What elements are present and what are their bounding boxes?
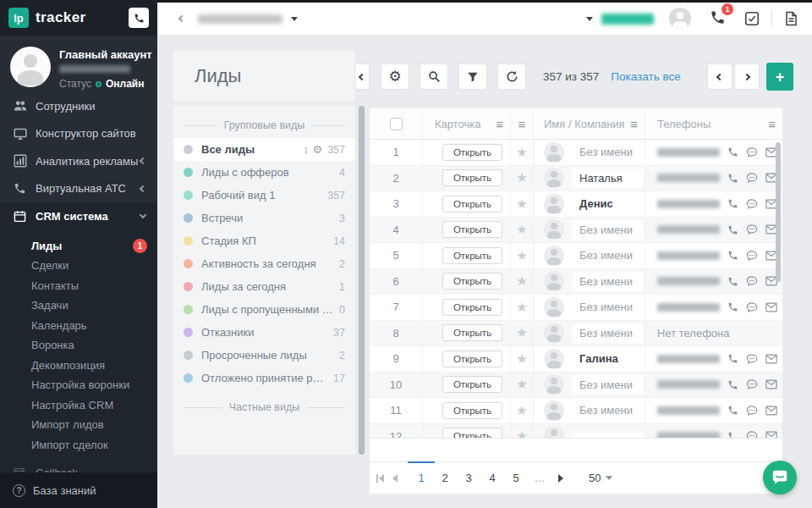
group-view-item[interactable]: Лиды с офферов 4 [173, 161, 355, 184]
select-all-checkbox[interactable] [390, 118, 403, 130]
call-icon[interactable] [727, 146, 738, 157]
chat-icon[interactable] [746, 378, 758, 390]
lead-name[interactable]: Без имени [573, 272, 644, 291]
chat-icon[interactable] [746, 430, 758, 439]
previous-page-button[interactable] [392, 474, 398, 483]
lead-name[interactable]: Без имени [573, 220, 644, 240]
call-icon[interactable] [727, 405, 738, 416]
sidebar-phone-button[interactable] [129, 8, 149, 28]
open-button[interactable]: Открыть [442, 324, 502, 341]
sort-icon[interactable]: ↕ [303, 144, 308, 156]
filter-button[interactable] [458, 64, 487, 90]
group-view-item[interactable]: Лиды за сегодня 1 [173, 275, 355, 298]
email-icon[interactable] [765, 354, 777, 364]
lead-name[interactable]: Без имени [573, 297, 644, 317]
star-icon[interactable]: ★ [516, 222, 527, 237]
email-icon[interactable] [765, 406, 777, 416]
call-icon[interactable] [727, 379, 738, 390]
page-button[interactable]: 3 [457, 472, 480, 484]
table-row[interactable]: 5 Открыть ★ Без имени [370, 243, 782, 269]
lead-name[interactable]: Без имени [573, 375, 644, 395]
star-icon[interactable]: ★ [516, 196, 527, 212]
group-view-item[interactable]: Стадия КП 14 [173, 229, 355, 252]
prev-page-button[interactable] [707, 64, 732, 90]
sidebar-subitem[interactable]: Календарь [0, 316, 157, 336]
chat-icon[interactable] [746, 146, 758, 158]
star-icon[interactable]: ★ [516, 351, 527, 367]
table-row[interactable]: 6 Открыть ★ Без имени [370, 269, 782, 295]
open-button[interactable]: Открыть [442, 169, 502, 186]
table-row[interactable]: 11 Открыть ★ Без имени [370, 398, 782, 424]
group-view-item[interactable]: Встречи 3 [173, 207, 355, 229]
lead-name[interactable]: Без имени [573, 142, 644, 162]
next-pages-button[interactable] [558, 474, 563, 483]
settings-button[interactable]: ⚙ [381, 64, 409, 90]
documents-button[interactable] [784, 11, 798, 26]
page-button[interactable]: 1 [409, 472, 433, 484]
chat-icon[interactable] [746, 250, 758, 262]
lead-name[interactable] [573, 433, 644, 439]
group-view-item[interactable]: Рабочий вид 1 357 [173, 184, 355, 207]
chat-icon[interactable] [746, 301, 758, 313]
email-icon[interactable] [765, 379, 777, 389]
user-avatar[interactable] [669, 8, 691, 30]
call-icon[interactable] [727, 276, 738, 287]
tasks-button[interactable] [744, 11, 760, 26]
table-row[interactable]: 4 Открыть ★ Без имени [370, 218, 782, 244]
sidebar-subitem[interactable]: Импорт лидов [0, 415, 157, 435]
chat-icon[interactable] [746, 224, 758, 235]
page-size-select[interactable]: 50 [589, 472, 612, 484]
group-view-item[interactable]: Лиды с пропущенными … 0 [173, 298, 355, 321]
back-chevron-icon[interactable] [178, 15, 185, 22]
sidebar-subitem[interactable]: Импорт сделок [0, 435, 157, 456]
lead-name[interactable]: Галина [573, 349, 644, 368]
collapse-panel-button[interactable] [354, 64, 370, 90]
page-button[interactable]: 5 [504, 472, 528, 484]
next-page-button[interactable] [734, 64, 760, 90]
sidebar-item-site-builder[interactable]: Конструктор сайтов [0, 120, 157, 148]
chat-icon[interactable] [746, 172, 758, 184]
star-icon[interactable]: ★ [516, 377, 527, 392]
open-button[interactable]: Открыть [442, 221, 502, 238]
sidebar-subitem[interactable]: Декомпозиция [0, 356, 157, 376]
table-row[interactable]: 10 Открыть ★ Без имени [370, 373, 782, 399]
sidebar-subitem[interactable]: Сделки [0, 256, 157, 276]
account-block[interactable]: Главный аккаунт Статус Онлайн [0, 36, 157, 92]
open-button[interactable]: Открыть [442, 273, 502, 290]
sidebar-subitem[interactable]: Задачи [0, 295, 157, 316]
group-view-item[interactable]: Отложено принятие реш… 17 [173, 367, 355, 389]
scrollbar-thumb[interactable] [359, 106, 365, 455]
call-icon[interactable] [727, 173, 738, 184]
chat-icon[interactable] [746, 353, 758, 365]
calls-button[interactable]: 1 [710, 9, 726, 29]
search-button[interactable] [420, 64, 448, 90]
column-menu-icon[interactable]: ≡ [768, 117, 776, 131]
group-view-item[interactable]: Активность за сегодня 2 [173, 252, 355, 275]
star-icon[interactable]: ★ [516, 170, 527, 185]
group-panel-scrollbar[interactable] [359, 106, 365, 455]
sidebar-subitem[interactable]: Настройка воронки [0, 375, 157, 395]
refresh-button[interactable] [497, 64, 526, 90]
star-icon[interactable]: ★ [516, 325, 527, 340]
sidebar-subitem[interactable]: Воронка [0, 335, 157, 356]
open-button[interactable]: Открыть [442, 351, 502, 367]
first-page-button[interactable] [376, 474, 384, 483]
star-icon[interactable]: ★ [516, 273, 527, 289]
table-row[interactable]: 2 Открыть ★ Наталья [370, 166, 782, 192]
sidebar-subitem[interactable]: Контакты [0, 276, 157, 296]
redacted-balance[interactable] [601, 14, 654, 25]
chat-icon[interactable] [746, 198, 758, 210]
sidebar-item-crm[interactable]: CRM система [0, 202, 157, 230]
email-icon[interactable] [765, 302, 777, 312]
redacted-project-name[interactable] [198, 14, 283, 24]
sidebar-item-virtual-pbx[interactable]: Виртуальная АТС [0, 175, 157, 203]
page-button[interactable]: 2 [433, 472, 457, 484]
open-button[interactable]: Открыть [442, 299, 502, 316]
call-icon[interactable] [727, 431, 738, 439]
support-chat-button[interactable] [763, 461, 797, 494]
table-row[interactable]: 12 Открыть ★ [370, 424, 782, 439]
table-row[interactable]: 3 Открыть ★ Денис [370, 191, 782, 218]
email-icon[interactable] [765, 431, 777, 439]
group-view-item[interactable]: Отказники 37 [173, 321, 355, 344]
sidebar-item-employees[interactable]: Сотрудники [0, 92, 157, 120]
